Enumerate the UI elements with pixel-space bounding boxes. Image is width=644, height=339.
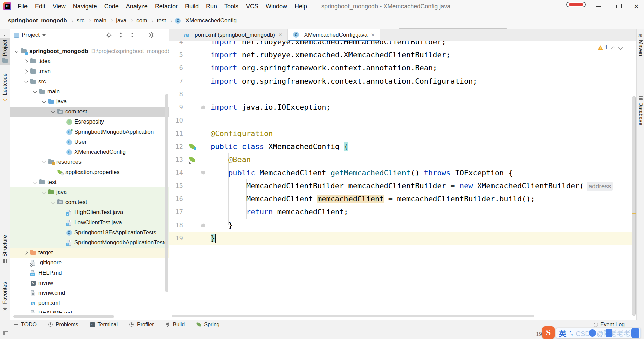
tool-window-switcher-icon[interactable] xyxy=(3,331,8,336)
tree-row[interactable]: com.test xyxy=(10,197,169,207)
tree-row[interactable]: java xyxy=(10,97,169,107)
menu-edit[interactable]: Edit xyxy=(31,0,49,13)
ime-toolbar[interactable]: 英 ’, CSDN @陈老老老板 xyxy=(556,328,641,338)
tree-row[interactable]: java xyxy=(10,187,169,197)
code-line[interactable]: 18 } xyxy=(169,219,632,232)
tree-row[interactable]: mvnw.cmd xyxy=(10,288,169,298)
tree-chevron-icon[interactable] xyxy=(50,111,56,113)
breadcrumb-item[interactable]: src xyxy=(75,17,86,25)
sidebar-tab-database[interactable]: Database xyxy=(637,96,644,126)
menu-code[interactable]: Code xyxy=(101,0,122,13)
breadcrumb-item[interactable]: main xyxy=(93,17,108,25)
tree-chevron-icon[interactable] xyxy=(22,251,29,254)
maximize-button[interactable] xyxy=(610,0,626,13)
tree-row[interactable]: CSpringboot18EsApplicationTests xyxy=(10,228,169,238)
tree-chevron-icon[interactable] xyxy=(22,70,29,73)
sidebar-tab-structure[interactable]: Structure xyxy=(0,233,10,265)
fold-marker-icon[interactable] xyxy=(199,219,208,232)
toolwindow-button-spring[interactable]: Spring xyxy=(196,322,219,328)
breadcrumb-item[interactable]: java xyxy=(115,17,128,25)
sidebar-tab-leetcode[interactable]: Leetcode 〈 xyxy=(0,71,10,107)
ime-mic-icon[interactable] xyxy=(606,329,612,337)
tree-row[interactable]: com.test xyxy=(10,107,169,117)
toolwindow-button-problems[interactable]: Problems xyxy=(48,322,78,328)
menu-refactor[interactable]: Refactor xyxy=(151,0,181,13)
menu-build[interactable]: Build xyxy=(181,0,202,13)
tree-chevron-icon[interactable] xyxy=(50,202,56,203)
tree-row[interactable]: test xyxy=(10,177,169,187)
sidebar-tab-favorites[interactable]: Favorites ★ xyxy=(0,280,10,314)
settings-gear-icon[interactable] xyxy=(148,32,154,38)
tree-row[interactable]: mpom.xml xyxy=(10,298,169,308)
menu-vcs[interactable]: VCS xyxy=(242,0,262,13)
tree-chevron-icon[interactable] xyxy=(22,81,29,83)
warning-stripe-mark[interactable] xyxy=(632,213,636,214)
menu-tools[interactable]: Tools xyxy=(221,0,242,13)
code-line[interactable]: 6import org.springframework.context.anno… xyxy=(169,61,632,75)
menu-analyze[interactable]: Analyze xyxy=(122,0,151,13)
locate-file-icon[interactable] xyxy=(106,32,112,38)
ime-punctuation-indicator[interactable]: ’, xyxy=(569,329,573,337)
fold-marker-icon[interactable] xyxy=(199,101,208,114)
menu-window[interactable]: Window xyxy=(262,0,291,13)
breadcrumb-item[interactable]: com xyxy=(135,17,148,25)
code-line[interactable]: 5import net.rubyeye.xmemcached.XMemcache… xyxy=(169,48,632,61)
code-line[interactable]: 13 @Bean xyxy=(169,153,632,166)
sidebar-tab-project[interactable]: Project xyxy=(0,38,10,65)
close-button[interactable]: ✕ xyxy=(629,0,644,13)
tree-row[interactable]: .mvn xyxy=(10,66,169,77)
toolwindow-button-build[interactable]: Build xyxy=(165,322,185,328)
tree-row[interactable]: CXMemcachedConfig xyxy=(10,147,169,157)
code-line[interactable]: 10 xyxy=(169,114,632,127)
code-line[interactable]: 16 MemcachedClient memcachedClient = mem… xyxy=(169,192,632,205)
breadcrumb-item[interactable]: springboot_mongodb xyxy=(7,17,68,25)
tree-row[interactable]: .idea xyxy=(10,56,169,66)
tree-vertical-scrollbar[interactable] xyxy=(165,94,168,292)
code-line[interactable]: 8 xyxy=(169,88,632,101)
tree-row[interactable]: HighClientTest.java xyxy=(10,207,169,217)
sogou-input-icon[interactable]: S xyxy=(542,326,555,339)
spring-bean-gutter-icon[interactable] xyxy=(185,153,199,166)
tree-row[interactable]: README.md xyxy=(10,308,169,313)
expand-all-icon[interactable] xyxy=(118,32,123,38)
tree-row[interactable]: LowClientTest.java xyxy=(10,217,169,228)
tree-row[interactable]: target xyxy=(10,248,169,258)
tree-chevron-icon[interactable] xyxy=(32,182,38,183)
ime-keyboard-icon[interactable] xyxy=(589,329,596,337)
sidebar-tab-maven[interactable]: m Maven xyxy=(637,33,644,56)
tree-row[interactable]: resources xyxy=(10,157,169,167)
tree-row[interactable]: >mvnw xyxy=(10,278,169,288)
code-line[interactable]: 17 return memcachedClient; xyxy=(169,205,632,219)
code-line[interactable]: 7import org.springframework.context.anno… xyxy=(169,75,632,88)
tree-row[interactable]: src xyxy=(10,77,169,87)
tree-row[interactable]: HELP.md xyxy=(10,268,169,278)
chevron-down-icon[interactable] xyxy=(42,34,46,38)
toolwindow-button-todo[interactable]: TODO xyxy=(13,322,37,328)
code-line[interactable]: 14 public MemcachedClient getMemcachedCl… xyxy=(169,166,632,179)
menu-navigate[interactable]: Navigate xyxy=(69,0,101,13)
code-line[interactable]: 19} xyxy=(169,232,632,245)
tree-chevron-icon[interactable] xyxy=(13,51,20,52)
code-line[interactable]: 11@Configuration xyxy=(169,127,632,140)
breadcrumb-item[interactable]: test xyxy=(155,17,167,25)
menu-view[interactable]: View xyxy=(49,0,69,13)
toolwindow-button-profiler[interactable]: Profiler xyxy=(129,322,154,328)
tree-chevron-icon[interactable] xyxy=(41,101,47,103)
tool-window-switch-icon[interactable] xyxy=(0,30,10,37)
ime-toolbox-icon[interactable] xyxy=(631,328,639,338)
tree-row[interactable]: IEsresposity xyxy=(10,117,169,127)
menu-help[interactable]: Help xyxy=(291,0,311,13)
code-line[interactable]: 4import net.rubyeye.xmemcached.Memcached… xyxy=(169,41,632,48)
ime-language-indicator[interactable]: 英 xyxy=(559,328,566,338)
tree-row[interactable]: .gitignore xyxy=(10,258,169,268)
minimize-button[interactable] xyxy=(591,0,606,13)
tree-chevron-icon[interactable] xyxy=(41,161,47,163)
editor-horizontal-scrollbar[interactable] xyxy=(172,315,534,317)
tree-horizontal-scrollbar[interactable] xyxy=(13,315,114,318)
editor-vertical-scrollbar[interactable] xyxy=(632,96,636,316)
code-line[interactable]: 12public class XMemcachedConfig { xyxy=(169,140,632,153)
menu-file[interactable]: File xyxy=(14,0,31,13)
warning-indicator[interactable]: 1 xyxy=(598,44,608,51)
editor-tab[interactable]: CXMemcachedConfig.java✕ xyxy=(288,29,380,41)
code-line[interactable]: 9import java.io.IOException; xyxy=(169,101,632,114)
